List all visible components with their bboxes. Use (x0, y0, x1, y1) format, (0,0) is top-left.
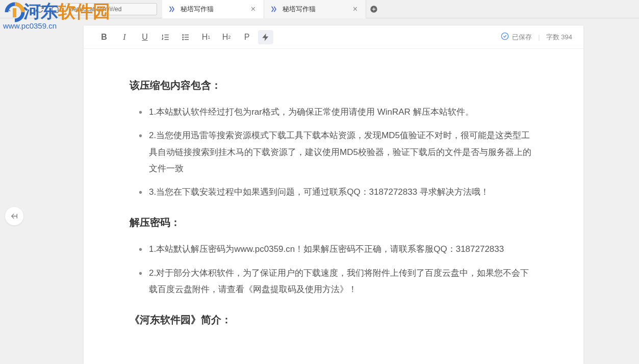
home-button[interactable] (50, 4, 60, 14)
tab-favicon-icon (270, 5, 278, 13)
heading-1: 该压缩包内容包含： (130, 75, 538, 95)
browser-bar: xiezuocat.com/#/ed 秘塔写作猫 × 秘塔写作猫 × (0, 0, 639, 18)
flash-button[interactable] (258, 30, 273, 44)
list-item: 1.本站默认解压密码为www.pc0359.cn！如果解压密码不正确，请联系客服… (137, 241, 538, 257)
tab-2[interactable]: 秘塔写作猫 × (264, 0, 366, 18)
h2-button[interactable]: H2 (217, 28, 236, 46)
close-icon[interactable]: × (249, 5, 258, 14)
close-icon[interactable]: × (351, 5, 360, 14)
tabs: 秘塔写作猫 × 秘塔写作猫 × (162, 0, 635, 18)
list-item: 1.本站默认软件经过打包为rar格式，为确保正常使用请使用 WinRAR 解压本… (137, 104, 538, 120)
back-button[interactable] (4, 4, 14, 14)
unordered-list-button[interactable] (176, 28, 195, 46)
tab-title: 秘塔写作猫 (283, 5, 351, 14)
nav-buttons (4, 4, 60, 14)
underline-button[interactable]: U (136, 28, 154, 46)
bold-button[interactable]: B (95, 28, 113, 46)
list-item: 2.当您使用迅雷等搜索资源模式下载工具下载本站资源，发现MD5值验证不对时，很可… (137, 127, 538, 177)
main: B I U H1 H2 P 已保存 | 字数 394 该压缩包内容包含： (28, 18, 639, 364)
italic-button[interactable]: I (115, 28, 134, 46)
new-tab-button[interactable] (366, 0, 381, 18)
list-2: 1.本站默认解压密码为www.pc0359.cn！如果解压密码不正确，请联系客服… (130, 241, 538, 298)
toolbar: B I U H1 H2 P 已保存 | 字数 394 (84, 25, 583, 49)
svg-point-10 (502, 33, 508, 39)
svg-point-7 (183, 34, 184, 35)
sidebar-collapse-button[interactable] (5, 207, 23, 225)
list-item: 3.当您在下载安装过程中如果遇到问题，可通过联系QQ：3187272833 寻求… (137, 184, 538, 200)
forward-button[interactable] (19, 4, 30, 14)
word-count-label: 字数 (546, 33, 559, 42)
url-bar[interactable]: xiezuocat.com/#/ed (65, 3, 157, 15)
sidebar (0, 18, 28, 364)
list-1: 1.本站默认软件经过打包为rar格式，为确保正常使用请使用 WinRAR 解压本… (130, 104, 538, 200)
tab-title: 秘塔写作猫 (181, 5, 249, 14)
svg-point-8 (183, 37, 184, 38)
heading-2: 解压密码： (130, 213, 538, 232)
tab-1[interactable]: 秘塔写作猫 × (162, 0, 264, 18)
tab-favicon-icon (168, 5, 176, 13)
paragraph-button[interactable]: P (238, 28, 256, 46)
app: B I U H1 H2 P 已保存 | 字数 394 该压缩包内容包含： (0, 18, 639, 364)
toolbar-status: 已保存 | 字数 394 (501, 32, 572, 42)
saved-icon (501, 32, 509, 42)
saved-label: 已保存 (512, 33, 532, 42)
h1-button[interactable]: H1 (197, 28, 215, 46)
svg-point-9 (183, 39, 184, 40)
heading-3: 《河东软件园》简介： (130, 310, 538, 329)
reload-button[interactable] (35, 4, 45, 14)
ordered-list-button[interactable] (156, 28, 174, 46)
content[interactable]: 该压缩包内容包含： 1.本站默认软件经过打包为rar格式，为确保正常使用请使用 … (84, 49, 583, 359)
editor: B I U H1 H2 P 已保存 | 字数 394 该压缩包内容包含： (84, 25, 583, 364)
list-item: 2.对于部分大体积软件，为了保证用户的下载速度，我们将附件上传到了百度云盘中，如… (137, 265, 538, 298)
word-count: 394 (561, 33, 572, 41)
